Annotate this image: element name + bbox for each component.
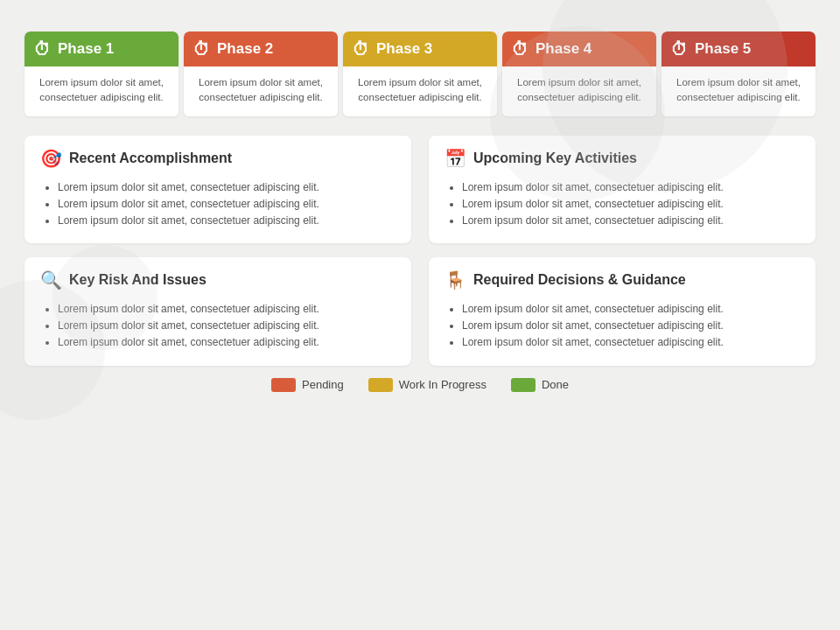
list-item: Lorem ipsum dolor sit amet, consectetuer… bbox=[58, 334, 396, 351]
list-item: Lorem ipsum dolor sit amet, consectetuer… bbox=[58, 213, 396, 229]
phase-body-phase-5: Lorem ipsum dolor sit amet, consectetuer… bbox=[662, 66, 816, 116]
phase-label-phase-4: Phase 4 bbox=[536, 40, 592, 58]
legend-label-done: Done bbox=[542, 378, 569, 391]
phase-body-phase-3: Lorem ipsum dolor sit amet, consectetuer… bbox=[343, 66, 497, 116]
section-list-recent-accomplishment: Lorem ipsum dolor sit amet, consectetuer… bbox=[40, 179, 396, 230]
section-heading-key-risk-and-issues: Key Risk And Issues bbox=[69, 272, 206, 288]
section-title-key-risk-and-issues: 🔍 Key Risk And Issues bbox=[40, 270, 396, 290]
phase-header-phase-1: ⏱ Phase 1 bbox=[24, 32, 178, 66]
section-block-key-risk-and-issues: 🔍 Key Risk And Issues Lorem ipsum dolor … bbox=[24, 257, 411, 366]
phase-header-phase-5: ⏱ Phase 5 bbox=[662, 32, 816, 66]
legend-item-done: Done bbox=[511, 378, 569, 392]
list-item: Lorem ipsum dolor sit amet, consectetuer… bbox=[462, 334, 800, 351]
timer-icon: ⏱ bbox=[670, 40, 688, 58]
section-title-recent-accomplishment: 🎯 Recent Accomplishment bbox=[40, 148, 396, 169]
list-item: Lorem ipsum dolor sit amet, consectetuer… bbox=[58, 318, 396, 334]
section-block-upcoming-key-activities: 📅 Upcoming Key Activities Lorem ipsum do… bbox=[429, 136, 816, 244]
phase-header-phase-4: ⏱ Phase 4 bbox=[502, 32, 656, 66]
section-title-upcoming-key-activities: 📅 Upcoming Key Activities bbox=[444, 148, 800, 169]
list-item: Lorem ipsum dolor sit amet, consectetuer… bbox=[462, 196, 800, 213]
legend: Pending Work In Progress Done bbox=[24, 378, 816, 392]
section-heading-upcoming-key-activities: Upcoming Key Activities bbox=[473, 150, 637, 166]
phase-card-phase-3: ⏱ Phase 3 Lorem ipsum dolor sit amet, co… bbox=[343, 32, 497, 116]
phase-card-phase-1: ⏱ Phase 1 Lorem ipsum dolor sit amet, co… bbox=[24, 32, 178, 116]
phase-header-phase-3: ⏱ Phase 3 bbox=[343, 32, 497, 66]
phase-body-phase-2: Lorem ipsum dolor sit amet, consectetuer… bbox=[184, 66, 338, 116]
list-item: Lorem ipsum dolor sit amet, consectetuer… bbox=[462, 318, 800, 334]
section-block-recent-accomplishment: 🎯 Recent Accomplishment Lorem ipsum dolo… bbox=[24, 136, 411, 244]
timer-icon: ⏱ bbox=[352, 40, 369, 58]
section-block-required-decisions: 🪑 Required Decisions & Guidance Lorem ip… bbox=[429, 257, 816, 366]
legend-color-done bbox=[511, 378, 536, 392]
phase-label-phase-2: Phase 2 bbox=[217, 40, 273, 58]
timer-icon: ⏱ bbox=[192, 40, 210, 58]
list-item: Lorem ipsum dolor sit amet, consectetuer… bbox=[58, 196, 396, 213]
phase-body-phase-4: Lorem ipsum dolor sit amet, consectetuer… bbox=[502, 66, 656, 116]
phase-card-phase-5: ⏱ Phase 5 Lorem ipsum dolor sit amet, co… bbox=[662, 32, 816, 116]
phase-header-phase-2: ⏱ Phase 2 bbox=[184, 32, 338, 66]
legend-color-wip bbox=[368, 378, 393, 392]
list-item: Lorem ipsum dolor sit amet, consectetuer… bbox=[58, 179, 396, 196]
list-item: Lorem ipsum dolor sit amet, consectetuer… bbox=[462, 179, 800, 196]
list-item: Lorem ipsum dolor sit amet, consectetuer… bbox=[462, 301, 800, 318]
section-list-upcoming-key-activities: Lorem ipsum dolor sit amet, consectetuer… bbox=[444, 179, 800, 230]
phase-label-phase-1: Phase 1 bbox=[58, 40, 114, 58]
section-icon-required-decisions: 🪑 bbox=[444, 270, 466, 290]
legend-item-wip: Work In Progress bbox=[368, 378, 486, 392]
section-icon-key-risk-and-issues: 🔍 bbox=[40, 270, 62, 290]
phase-label-phase-3: Phase 3 bbox=[376, 40, 432, 58]
legend-item-pending: Pending bbox=[271, 378, 344, 392]
section-heading-recent-accomplishment: Recent Accomplishment bbox=[69, 150, 232, 166]
timer-icon: ⏱ bbox=[511, 40, 528, 58]
list-item: Lorem ipsum dolor sit amet, consectetuer… bbox=[462, 213, 800, 229]
main-content: ⏱ Phase 1 Lorem ipsum dolor sit amet, co… bbox=[0, 0, 840, 401]
section-title-required-decisions: 🪑 Required Decisions & Guidance bbox=[444, 270, 800, 290]
section-list-key-risk-and-issues: Lorem ipsum dolor sit amet, consectetuer… bbox=[40, 301, 396, 352]
legend-label-pending: Pending bbox=[302, 378, 344, 391]
legend-color-pending bbox=[271, 378, 296, 392]
phase-card-phase-4: ⏱ Phase 4 Lorem ipsum dolor sit amet, co… bbox=[502, 32, 656, 116]
phase-card-phase-2: ⏱ Phase 2 Lorem ipsum dolor sit amet, co… bbox=[184, 32, 338, 116]
list-item: Lorem ipsum dolor sit amet, consectetuer… bbox=[58, 301, 396, 318]
phases-row: ⏱ Phase 1 Lorem ipsum dolor sit amet, co… bbox=[24, 32, 816, 116]
section-list-required-decisions: Lorem ipsum dolor sit amet, consectetuer… bbox=[444, 301, 800, 352]
legend-label-wip: Work In Progress bbox=[399, 378, 486, 391]
phase-label-phase-5: Phase 5 bbox=[695, 40, 751, 58]
phase-body-phase-1: Lorem ipsum dolor sit amet, consectetuer… bbox=[24, 66, 178, 116]
bottom-sections: 🎯 Recent Accomplishment Lorem ipsum dolo… bbox=[24, 136, 816, 366]
section-heading-required-decisions: Required Decisions & Guidance bbox=[473, 272, 686, 288]
section-icon-upcoming-key-activities: 📅 bbox=[444, 148, 466, 169]
section-icon-recent-accomplishment: 🎯 bbox=[40, 148, 62, 169]
timer-icon: ⏱ bbox=[33, 40, 51, 58]
